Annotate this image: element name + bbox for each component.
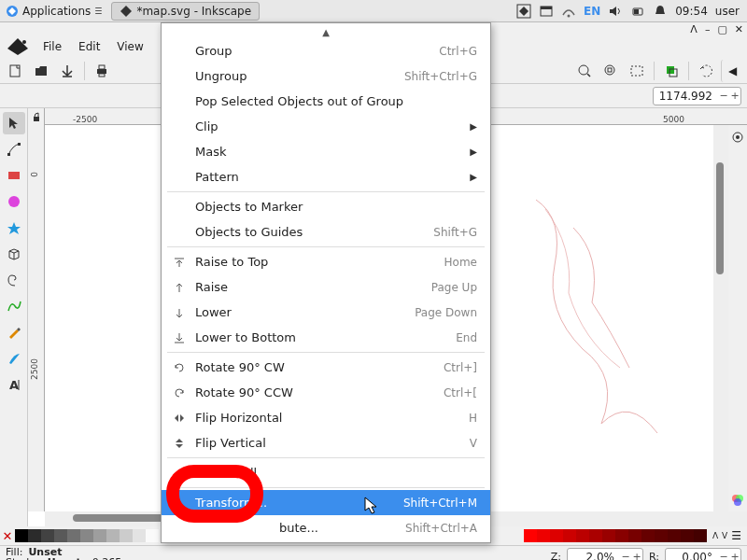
zoom-spinbox[interactable]: 2.0%−+ [567,548,643,561]
increment-icon[interactable]: + [631,551,642,560]
menu-scroll-up-icon[interactable]: ▲ [162,25,490,38]
print-button[interactable] [91,60,113,82]
no-fill-swatch[interactable]: ✕ [0,529,15,543]
menu-item-rotate-90-ccw[interactable]: Rotate 90° CCWCtrl+[ [162,380,490,405]
menu-item-lower[interactable]: LowerPage Down [162,300,490,325]
color-swatch[interactable] [628,529,641,542]
color-swatch[interactable] [120,529,133,542]
spiral-tool[interactable] [3,269,25,291]
node-tool[interactable] [3,138,25,161]
lock-guides-icon[interactable] [28,108,45,125]
menu-item-lower-to-bottom[interactable]: Lower to BottomEnd [162,325,490,350]
save-button[interactable] [56,60,78,82]
menu-item-flip-vertical[interactable]: Flip VerticalV [162,430,490,455]
color-swatch[interactable] [681,529,694,542]
open-button[interactable] [30,60,52,82]
menu-item-clip[interactable]: Clip▶ [162,114,490,139]
palette-scroll-up-icon[interactable]: ᐱ [712,531,718,540]
pencil-tool[interactable] [3,321,25,343]
menu-item-objects-to-guides[interactable]: Objects to GuidesShift+G [162,219,490,245]
menu-item-pattern[interactable]: Pattern▶ [162,164,490,189]
color-swatch[interactable] [93,529,106,542]
notifications-icon[interactable] [653,4,668,19]
color-swatch[interactable] [550,529,563,542]
menu-item-objects-to-marker[interactable]: Objects to Marker [162,194,490,219]
selector-tool[interactable] [3,112,25,134]
tray-window-icon[interactable] [539,4,554,19]
window-maximize-icon[interactable]: ▢ [717,23,726,35]
zoom-drawing-button[interactable] [626,60,648,82]
color-manage-icon[interactable] [731,493,744,506]
menu-file[interactable]: File [35,38,69,55]
increment-icon[interactable]: + [729,551,740,560]
snap-icon[interactable] [731,131,744,144]
color-swatch[interactable] [576,529,589,542]
taskbar-window-inkscape[interactable]: *map.svg - Inkscape [111,2,260,21]
color-swatch[interactable] [602,529,615,542]
fill-stroke-indicator[interactable]: Fill:Unset Stroke:Unset0.265 [6,547,121,561]
color-swatch[interactable] [146,529,159,542]
color-swatch[interactable] [106,529,120,542]
duplicate-button[interactable] [660,60,683,82]
zoom-selection-button[interactable] [573,60,596,82]
menu-edit[interactable]: Edit [71,38,107,55]
color-swatch[interactable] [589,529,602,542]
color-swatch[interactable] [41,529,54,542]
calligraphy-tool[interactable] [3,347,25,370]
color-swatch[interactable] [133,529,146,542]
zoom-page-button[interactable] [599,60,622,82]
collapse-toolbar-button[interactable]: ◀ [721,60,743,82]
volume-icon[interactable] [608,4,623,19]
coordinate-spinbox[interactable]: 1174.992 −+ [653,87,741,105]
menu-item-transform[interactable]: Transform...Shift+Ctrl+M [162,490,490,515]
rotate-spinbox[interactable]: 0.00°−+ [665,548,741,561]
palette-scroll-down-icon[interactable]: ᐯ [722,531,727,540]
color-swatch[interactable] [15,529,28,542]
network-icon[interactable] [561,4,576,19]
text-tool[interactable]: A [3,373,25,396]
menu-item-flip-horizontal[interactable]: Flip HorizontalH [162,405,490,430]
color-swatch[interactable] [641,529,655,542]
window-close-icon[interactable]: ✕ [735,23,743,35]
applications-menu[interactable]: Applications ☰ [0,5,107,18]
increment-icon[interactable]: + [729,90,740,102]
menu-item-group[interactable]: GroupCtrl+G [162,38,490,63]
menu-item-ungroup[interactable]: UngroupShift+Ctrl+G [162,63,490,89]
vertical-scrollbar[interactable] [713,125,728,511]
menu-item-raise-to-top[interactable]: Raise to TopHome [162,249,490,274]
window-up-icon[interactable]: ᐱ [690,23,698,35]
star-tool[interactable] [3,217,25,239]
window-minimize-icon[interactable]: – [705,23,711,35]
color-swatch[interactable] [563,529,576,542]
color-swatch[interactable] [67,529,80,542]
menu-item-unhide-all[interactable]: Unhide All [162,460,490,485]
bezier-tool[interactable] [3,295,25,317]
color-swatch[interactable] [537,529,550,542]
ruler-vertical[interactable]: 0 2500 [28,125,45,511]
color-swatch[interactable] [668,529,681,542]
palette-menu-icon[interactable]: ☰ [731,529,741,542]
color-swatch[interactable] [524,529,537,542]
color-swatch[interactable] [615,529,628,542]
menu-item-rotate-90-cw[interactable]: Rotate 90° CWCtrl+] [162,355,490,380]
decrement-icon[interactable]: − [620,551,631,560]
menu-item-bute[interactable]: bute...Shift+Ctrl+A [162,515,490,540]
clock[interactable]: 09:54 [675,5,708,18]
menu-view[interactable]: View [109,38,150,55]
circle-tool[interactable] [3,190,25,213]
new-document-button[interactable] [4,60,26,82]
color-swatch[interactable] [54,529,67,542]
user-label[interactable]: user [715,5,740,18]
color-swatch[interactable] [28,529,41,542]
color-swatch[interactable] [80,529,93,542]
menu-item-mask[interactable]: Mask▶ [162,139,490,164]
3dbox-tool[interactable] [3,243,25,265]
more-button[interactable] [695,60,717,82]
menu-item-pop-selected-objects-out-of-group[interactable]: Pop Selected Objects out of Group [162,89,490,114]
color-swatch[interactable] [655,529,668,542]
color-swatch[interactable] [694,529,707,542]
tray-app-icon[interactable] [516,4,531,19]
menu-item-raise[interactable]: RaisePage Up [162,274,490,300]
rectangle-tool[interactable] [3,164,25,187]
keyboard-layout[interactable]: EN [584,5,600,18]
